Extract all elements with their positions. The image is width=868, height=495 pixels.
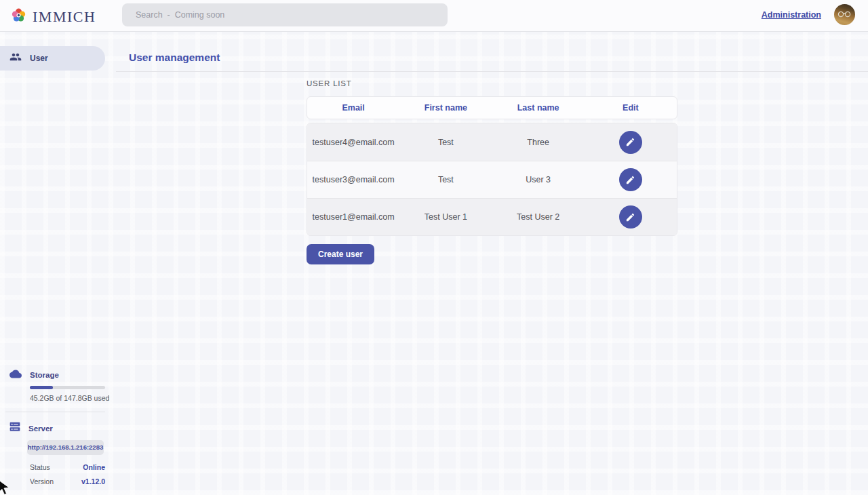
server-title: Server — [28, 424, 53, 433]
table-row: testuser3@email.com Test User 3 — [307, 161, 677, 198]
pencil-icon — [625, 212, 635, 222]
main-content: User management USER LIST Email First na… — [116, 32, 868, 495]
edit-user-button[interactable] — [619, 168, 642, 191]
sidebar: User Storage 45.2GB of 147.8GB used — [0, 32, 116, 495]
sidebar-footer: Storage 45.2GB of 147.8GB used — [0, 369, 116, 495]
cell-last-name: User 3 — [492, 175, 585, 184]
pencil-icon — [625, 137, 635, 147]
user-avatar[interactable] — [834, 4, 855, 25]
version-value: v1.12.0 — [81, 477, 116, 486]
status-value: Online — [83, 463, 116, 471]
brand[interactable]: IMMICH — [9, 6, 96, 27]
column-header-edit: Edit — [585, 103, 677, 113]
server-status-row: Status Online — [30, 463, 105, 471]
server-section-header: Server — [0, 422, 116, 435]
administration-link[interactable]: Administration — [762, 10, 821, 20]
cell-email: testuser1@email.com — [307, 212, 399, 222]
version-label: Version — [30, 477, 54, 486]
glasses-icon — [837, 11, 852, 18]
create-user-button[interactable]: Create user — [307, 244, 374, 264]
pencil-icon — [625, 175, 635, 185]
cell-email: testuser3@email.com — [307, 175, 399, 184]
sidebar-item-user[interactable]: User — [0, 46, 105, 71]
column-header-last-name: Last name — [492, 103, 585, 113]
top-bar: IMMICH Administration — [0, 0, 868, 32]
search-input[interactable] — [122, 3, 448, 26]
people-icon — [9, 51, 22, 66]
cloud-icon — [9, 369, 22, 381]
cell-first-name: Test — [399, 175, 492, 184]
cell-email: testuser4@email.com — [307, 138, 399, 147]
storage-progress-fill — [30, 386, 53, 389]
cell-last-name: Three — [492, 138, 585, 147]
column-header-email: Email — [307, 103, 399, 113]
user-table-body: testuser4@email.com Test Three testuser3… — [307, 123, 677, 236]
page-header: User management — [116, 32, 868, 72]
column-header-first-name: First name — [399, 103, 492, 113]
edit-user-button[interactable] — [619, 205, 642, 229]
status-label: Status — [30, 463, 50, 471]
user-list-panel: USER LIST Email First name Last name Edi… — [307, 72, 677, 264]
sidebar-divider — [5, 412, 105, 412]
server-url-badge: http://192.168.1.216:2283 — [27, 440, 104, 455]
user-list-label: USER LIST — [307, 79, 677, 87]
cell-last-name: Test User 2 — [492, 212, 585, 222]
immich-app: IMMICH Administration User — [0, 0, 868, 495]
table-row: testuser4@email.com Test Three — [307, 123, 677, 161]
cell-first-name: Test — [399, 138, 492, 147]
user-table-header: Email First name Last name Edit — [307, 96, 677, 119]
server-rack-icon — [9, 422, 20, 435]
storage-progress-track — [30, 386, 105, 389]
cell-first-name: Test User 1 — [399, 212, 492, 222]
sidebar-item-user-label: User — [30, 54, 48, 63]
storage-title: Storage — [30, 371, 59, 379]
server-version-row: Version v1.12.0 — [30, 477, 105, 486]
brand-name: IMMICH — [33, 8, 96, 26]
edit-user-button[interactable] — [619, 131, 642, 154]
page-title: User management — [116, 32, 868, 64]
immich-flower-logo-icon — [9, 6, 28, 27]
storage-section-header: Storage — [0, 369, 116, 381]
table-row: testuser1@email.com Test User 1 Test Use… — [307, 198, 677, 235]
storage-usage-text: 45.2GB of 147.8GB used — [30, 394, 116, 402]
